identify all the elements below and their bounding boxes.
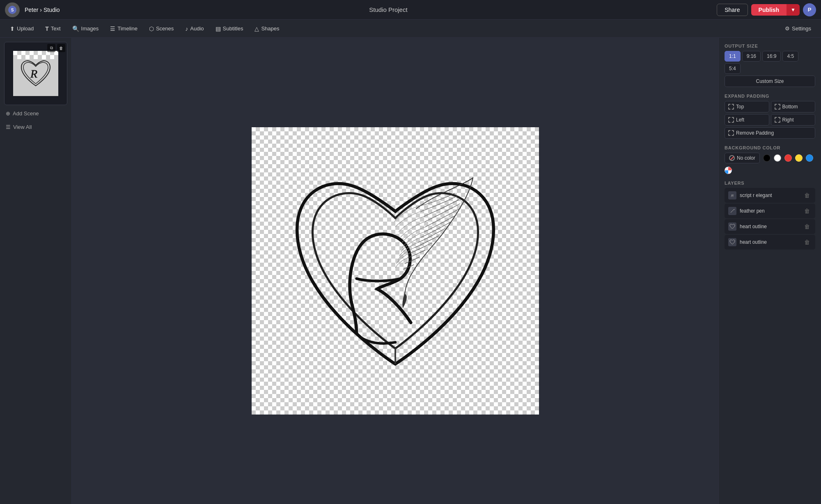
shapes-icon: △: [255, 25, 259, 32]
layer-delete-heart-outline-1[interactable]: 🗑: [803, 222, 812, 231]
timeline-icon: ☰: [110, 25, 115, 32]
layer-item-script-r[interactable]: R script r elegant 🗑: [725, 188, 815, 203]
dashed-border-icon: [728, 117, 734, 123]
toolbar-text-label: Text: [51, 25, 61, 32]
color-striped[interactable]: [725, 167, 732, 174]
background-color-section: BACKGROUND COLOR No color: [725, 145, 815, 174]
svg-text:R: R: [731, 194, 734, 198]
canvas-wrapper: [252, 127, 539, 415]
expand-padding-section: EXPAND PADDING Top Bottom Left Right: [725, 94, 815, 139]
dashed-border-icon: [775, 104, 780, 110]
canvas-background[interactable]: [252, 127, 539, 415]
remove-padding-button[interactable]: Remove Padding: [725, 127, 815, 139]
publish-button[interactable]: Publish: [751, 4, 787, 16]
toolbar-upload[interactable]: ⬆ Upload: [5, 23, 39, 34]
svg-rect-11: [34, 55, 38, 59]
no-color-label: No color: [737, 155, 755, 161]
no-color-icon: [729, 155, 735, 161]
publish-group: Publish ▼: [751, 4, 800, 16]
svg-rect-6: [38, 51, 42, 55]
svg-text:R: R: [30, 67, 37, 80]
topbar: S Peter › Studio Studio Project Share Pu…: [0, 0, 821, 20]
size-1-1-button[interactable]: 1:1: [725, 51, 741, 62]
sidebar-right: OUTPUT SIZE 1:1 9:16 16:9 4:5 5:4 Custom…: [718, 38, 821, 504]
dashed-border-icon: [775, 117, 780, 123]
project-title: Studio Project: [65, 6, 712, 13]
logo: S: [5, 2, 20, 17]
padding-bottom-button[interactable]: Bottom: [771, 101, 816, 112]
scene-duplicate-button[interactable]: ⧉: [47, 44, 55, 52]
main-layout: ⧉ 🗑: [0, 38, 821, 504]
layer-delete-script-r[interactable]: 🗑: [803, 191, 812, 199]
remove-padding-label: Remove Padding: [736, 130, 774, 136]
layer-delete-feather-pen[interactable]: 🗑: [803, 207, 812, 215]
toolbar-scenes[interactable]: ⬡ Scenes: [144, 23, 179, 34]
topbar-actions: Share Publish ▼ P: [717, 3, 816, 16]
padding-buttons: Top Bottom Left Right Remove Padding: [725, 101, 815, 139]
size-buttons: 1:1 9:16 16:9 4:5 5:4: [725, 51, 815, 74]
layer-thumbnail: [728, 238, 736, 246]
toolbar-images[interactable]: 🔍 Images: [67, 23, 104, 34]
toolbar-upload-label: Upload: [17, 25, 34, 32]
toolbar-shapes[interactable]: △ Shapes: [250, 23, 284, 34]
canvas-content: [252, 127, 539, 415]
upload-icon: ⬆: [10, 25, 15, 32]
padding-left-button[interactable]: Left: [725, 114, 769, 126]
color-blue[interactable]: [806, 154, 813, 162]
toolbar-subtitles-label: Subtitles: [223, 25, 243, 32]
output-size-section: OUTPUT SIZE 1:1 9:16 16:9 4:5 5:4 Custom…: [725, 44, 815, 87]
padding-top-button[interactable]: Top: [725, 101, 769, 112]
svg-rect-10: [25, 55, 30, 59]
layers-list: R script r elegant 🗑 feather pen 🗑: [725, 188, 815, 250]
layer-item-heart-outline-2[interactable]: heart outline 🗑: [725, 235, 815, 250]
background-color-row: No color: [725, 153, 815, 174]
toolbar-text[interactable]: T Text: [40, 23, 65, 34]
color-red[interactable]: [784, 154, 792, 162]
toolbar-timeline[interactable]: ☰ Timeline: [105, 23, 142, 34]
dashed-border-icon: [728, 104, 734, 110]
color-white[interactable]: [774, 154, 781, 162]
layer-item-heart-outline-1[interactable]: heart outline 🗑: [725, 219, 815, 234]
size-5-4-button[interactable]: 5:4: [725, 63, 741, 74]
size-4-5-button[interactable]: 4:5: [782, 51, 798, 62]
avatar[interactable]: P: [803, 3, 816, 16]
custom-size-button[interactable]: Custom Size: [725, 76, 815, 87]
add-scene-label: Add Scene: [13, 110, 39, 117]
settings-button[interactable]: ⚙ Settings: [780, 23, 816, 34]
layer-delete-heart-outline-2[interactable]: 🗑: [803, 238, 812, 246]
svg-rect-4: [21, 51, 25, 55]
toolbar-shapes-label: Shapes: [261, 25, 279, 32]
svg-rect-5: [30, 51, 34, 55]
color-black[interactable]: [763, 154, 771, 162]
expand-padding-title: EXPAND PADDING: [725, 94, 815, 99]
view-all-button[interactable]: ☰ View All: [4, 122, 67, 132]
svg-text:S: S: [11, 8, 14, 12]
layer-name-feather-pen: feather pen: [740, 208, 799, 214]
background-color-title: BACKGROUND COLOR: [725, 145, 815, 150]
scene-thumbnail[interactable]: ⧉ 🗑: [4, 42, 67, 105]
toolbar-timeline-label: Timeline: [117, 25, 138, 32]
canvas-area: [72, 38, 718, 504]
settings-label: Settings: [792, 25, 811, 32]
publish-dropdown-button[interactable]: ▼: [787, 4, 800, 16]
layer-item-feather-pen[interactable]: feather pen 🗑: [725, 204, 815, 218]
add-scene-button[interactable]: ⊕ Add Scene: [4, 108, 67, 119]
padding-right-button[interactable]: Right: [771, 114, 816, 126]
toolbar-audio-label: Audio: [190, 25, 204, 32]
color-yellow[interactable]: [795, 154, 803, 162]
breadcrumb-user[interactable]: Peter: [25, 7, 38, 13]
size-16-9-button[interactable]: 16:9: [762, 51, 781, 62]
subtitles-icon: ▤: [216, 25, 221, 32]
breadcrumb-section: Studio: [44, 7, 60, 13]
scene-delete-button[interactable]: 🗑: [57, 44, 65, 52]
share-button[interactable]: Share: [717, 4, 748, 16]
toolbar-subtitles[interactable]: ▤ Subtitles: [211, 23, 248, 34]
layer-thumbnail: R: [728, 191, 736, 199]
layer-thumbnail: [728, 222, 736, 231]
size-9-16-button[interactable]: 9:16: [742, 51, 761, 62]
toolbar-audio[interactable]: ♪ Audio: [180, 23, 209, 34]
svg-rect-3: [13, 51, 17, 55]
breadcrumb: Peter › Studio: [25, 7, 60, 13]
layer-name-heart-outline-2: heart outline: [740, 239, 799, 245]
no-color-button[interactable]: No color: [725, 153, 760, 163]
